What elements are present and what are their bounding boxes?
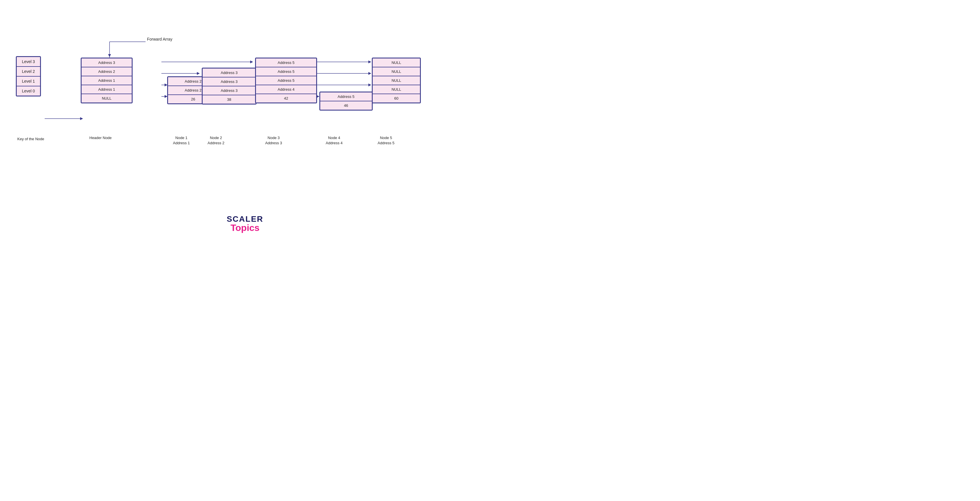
svg-marker-26 [368,72,371,75]
forward-array-label: Forward Array [147,37,172,41]
header-node-label: Header Node [89,135,111,141]
level-2: Level 2 [16,67,40,76]
node5-cell-0: NULL [372,58,420,67]
node2-cell-2: Address 3 [202,86,256,95]
node3-cell-1: Address 5 [256,67,317,76]
node2: Address 3 Address 3 Address 3 38 [202,68,256,105]
node2-cell-value: 38 [202,95,256,104]
node3-cell-0: Address 5 [256,58,317,67]
diagram: Level 3 Level 2 Level 1 Level 0 Forward … [0,0,490,251]
node2-cell-1: Address 3 [202,77,256,86]
header-node: Address 3 Address 2 Address 1 Address 1 … [81,57,133,103]
header-cell-null: NULL [81,94,132,103]
node5: NULL NULL NULL NULL 60 [372,57,421,103]
svg-marker-2 [108,54,111,57]
node2-cell-0: Address 3 [202,68,256,77]
node4-cell-0: Address 5 [320,92,372,101]
node3-cell-3: Address 4 [256,85,317,94]
node1-label: Node 1Address 1 [173,135,190,146]
node4: Address 5 46 [319,92,373,111]
node5-cell-value: 60 [372,94,420,103]
node5-cell-3: NULL [372,85,420,94]
node5-cell-1: NULL [372,67,420,76]
header-cell-0: Address 3 [81,58,132,67]
svg-marker-8 [197,72,200,75]
node3: Address 5 Address 5 Address 5 Address 4 … [255,57,317,103]
svg-marker-6 [250,60,253,63]
node3-cell-value: 42 [256,94,317,103]
key-of-node-label: Key of the Node [17,137,44,141]
node4-cell-value: 46 [320,101,372,110]
header-cell-1: Address 2 [81,67,132,76]
logo-topics: Topics [227,223,263,233]
svg-marker-24 [368,60,371,63]
level-group: Level 3 Level 2 Level 1 Level 0 [16,56,41,97]
level-3: Level 3 [16,57,40,67]
header-cell-3: Address 1 [81,85,132,94]
node3-label: Node 3Address 3 [265,135,282,146]
node2-label: Node 2Address 2 [208,135,224,146]
level-1: Level 1 [16,76,40,86]
node5-label: Node 5Address 5 [378,135,395,146]
svg-marker-4 [80,117,83,120]
logo-container: SCALER Topics [227,214,263,233]
level-0: Level 0 [16,86,40,96]
header-cell-2: Address 1 [81,76,132,85]
arrows-svg [0,0,490,251]
node4-label: Node 4Address 4 [326,135,343,146]
node3-cell-2: Address 5 [256,76,317,85]
svg-marker-28 [368,84,371,86]
node5-cell-2: NULL [372,76,420,85]
